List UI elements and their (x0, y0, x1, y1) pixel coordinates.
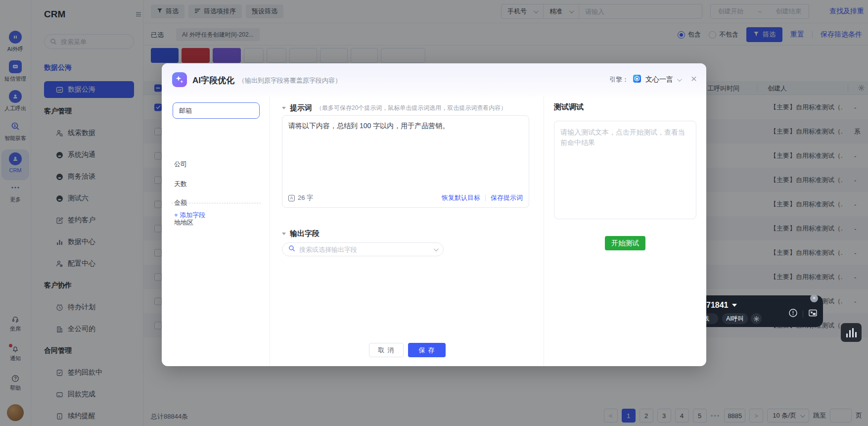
field-list-divider (172, 203, 261, 203)
caret-down-icon (732, 304, 737, 307)
call-info-icon[interactable] (788, 308, 798, 320)
call-settings-gear-icon[interactable] (751, 313, 762, 324)
ai-call-pill[interactable]: AI呼叫 (722, 313, 748, 324)
modal-header: AI字段优化 （输出到原字段将覆盖原字段内容） 引擎： 文心一言 × (162, 63, 706, 96)
chevron-down-icon[interactable] (677, 77, 682, 82)
field-item-email-selected[interactable]: 邮箱 (173, 102, 260, 119)
save-prompt-link[interactable]: 保存提示词 (491, 193, 523, 202)
word-count: 26 字 (298, 193, 313, 202)
ai-sparkle-icon (172, 72, 187, 87)
field-list-panel: 邮箱 公司 天数 金额 地地区 + 添加字段 (162, 96, 270, 366)
modal-subtitle: （输出到原字段将覆盖原字段内容） (238, 76, 341, 85)
corner-audio-tab[interactable] (841, 323, 862, 342)
chevron-down-icon (434, 246, 439, 251)
test-textarea-box (554, 121, 696, 219)
output-field-search-input[interactable] (299, 246, 430, 253)
prompt-section-title: 提示词 (290, 103, 312, 113)
start-test-button[interactable]: 开始测试 (605, 236, 645, 250)
modal-title: AI字段优化 (192, 75, 234, 86)
engine-name[interactable]: 文心一言 (645, 75, 673, 84)
wenxin-logo-icon (633, 74, 641, 85)
ai-field-optimize-modal: AI字段优化 （输出到原字段将覆盖原字段内容） 引擎： 文心一言 × 邮箱 公司… (162, 63, 706, 366)
search-icon (288, 245, 295, 254)
collapse-triangle-icon[interactable] (282, 233, 286, 235)
output-section-title: 输出字段 (290, 229, 320, 238)
prompt-panel: 提示词 （最多可保存20个提示词，鼠标单击提示词选用，双击提示词查看内容） 请将… (270, 96, 544, 366)
restore-default-link[interactable]: 恢复默认目标 (442, 193, 480, 202)
engine-label: 引擎： (609, 75, 629, 84)
prompt-section-note: （最多可保存20个提示词，鼠标单击提示词选用，双击提示词查看内容） (316, 104, 506, 112)
field-item-company[interactable]: 公司 (174, 160, 187, 169)
add-field-button[interactable]: + 添加字段 (174, 211, 205, 220)
save-button[interactable]: 保存 (408, 343, 446, 357)
prompt-textarea-box: 请将以下内容，总结到 100 字以内，用于产品营销。 26 字 恢复默认目标 保… (282, 115, 529, 208)
test-panel-title: 测试调试 (554, 102, 584, 112)
cancel-button[interactable]: 取消 (369, 343, 404, 357)
field-item-days[interactable]: 天数 (174, 180, 187, 189)
test-panel: 测试调试 开始测试 (544, 96, 706, 366)
prompt-textarea[interactable]: 请将以下内容，总结到 100 字以内，用于产品营销。 (282, 116, 529, 185)
word-count-icon (288, 195, 295, 201)
call-widget-close-icon[interactable]: × (810, 294, 818, 302)
call-widget[interactable]: 71841 线 AI呼叫 × (691, 295, 823, 327)
output-field-select[interactable] (282, 242, 444, 256)
collapse-triangle-icon[interactable] (282, 107, 286, 109)
call-widget-number[interactable]: 71841 (706, 301, 737, 310)
modal-close-icon[interactable]: × (688, 73, 700, 85)
test-textarea[interactable] (554, 121, 696, 219)
pip-expand-icon[interactable] (808, 308, 818, 320)
audio-bars-icon (846, 333, 848, 337)
